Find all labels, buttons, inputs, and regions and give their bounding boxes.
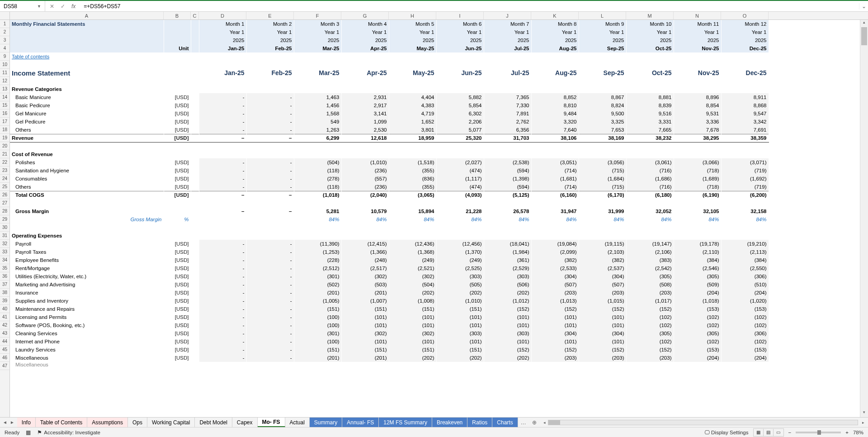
row-header-42[interactable]: 42 xyxy=(0,321,9,329)
column-header-H[interactable]: H xyxy=(389,12,436,19)
row-header-40[interactable]: 40 xyxy=(0,305,9,313)
sheet-tab-info[interactable]: Info xyxy=(17,418,36,427)
tab-nav-next-icon[interactable]: ► xyxy=(10,420,14,425)
row-header-37[interactable]: 37 xyxy=(0,280,9,289)
row-header-46[interactable]: 46 xyxy=(0,354,9,362)
row-header-27[interactable]: 27 xyxy=(0,199,9,207)
row-header-45[interactable]: 45 xyxy=(0,346,9,354)
table-of-contents-link[interactable]: Table of contents xyxy=(12,54,49,59)
row-header-25[interactable]: 25 xyxy=(0,183,9,191)
name-box[interactable]: DS58 ▼ xyxy=(0,1,45,11)
row-header-22[interactable]: 22 xyxy=(0,158,9,166)
tabs-more[interactable]: … xyxy=(518,418,529,427)
column-header-C[interactable]: C xyxy=(191,12,199,19)
sheet-tab-capex[interactable]: Capex xyxy=(232,418,258,427)
zoom-level[interactable]: 78% xyxy=(853,430,863,435)
column-header-O[interactable]: O xyxy=(721,12,769,19)
row-header-26[interactable]: 26 xyxy=(0,191,9,199)
row-header-19[interactable]: 19 xyxy=(0,134,9,142)
row-header-31[interactable]: 31 xyxy=(0,232,9,240)
row-header-28[interactable]: 28 xyxy=(0,207,9,215)
column-header-J[interactable]: J xyxy=(484,12,531,19)
row-header-36[interactable]: 36 xyxy=(0,272,9,280)
column-header-E[interactable]: E xyxy=(246,12,294,19)
row-header-1[interactable]: 1 xyxy=(0,20,9,28)
column-header-L[interactable]: L xyxy=(579,12,626,19)
scroll-up-icon[interactable]: ▴ xyxy=(860,20,868,27)
row-header-20[interactable]: 20 xyxy=(0,142,9,150)
row-header-11[interactable]: 11 xyxy=(0,69,9,77)
zoom-in-icon[interactable]: + xyxy=(845,430,849,435)
accessibility-status[interactable]: Accessibility: Investigate xyxy=(37,429,100,436)
column-header-K[interactable]: K xyxy=(531,12,579,19)
add-sheet-button[interactable]: ⊕ xyxy=(529,418,540,427)
zoom-out-icon[interactable]: − xyxy=(788,430,792,435)
row-header-9[interactable]: 9 xyxy=(0,52,9,61)
sheet-tab-annual-fs[interactable]: Annual- FS xyxy=(342,418,379,427)
row-header-34[interactable]: 34 xyxy=(0,256,9,264)
row-header-15[interactable]: 15 xyxy=(0,101,9,109)
row-header-39[interactable]: 39 xyxy=(0,297,9,305)
sheet-tab-ratios[interactable]: Ratios xyxy=(467,418,492,427)
row-header-47[interactable]: 47 xyxy=(0,362,9,370)
row-header-32[interactable]: 32 xyxy=(0,240,9,248)
hscroll-thumb[interactable] xyxy=(548,420,560,425)
row-header-43[interactable]: 43 xyxy=(0,329,9,337)
row-header-14[interactable]: 14 xyxy=(0,93,9,101)
column-header-A[interactable]: A xyxy=(10,12,164,19)
select-all-corner[interactable] xyxy=(0,12,10,19)
cancel-icon[interactable]: ✕ xyxy=(50,3,54,10)
name-box-dropdown-icon[interactable]: ▼ xyxy=(37,4,41,9)
sheet-tab-actual[interactable]: Actual xyxy=(285,418,310,427)
macro-record-icon[interactable]: ▦ xyxy=(26,429,31,436)
sheet-tab-assumptions[interactable]: Assumptions xyxy=(87,418,128,427)
column-header-B[interactable]: B xyxy=(164,12,191,19)
sheet-tab-12m-fs-summary[interactable]: 12M FS Summary xyxy=(379,418,432,427)
row-header-29[interactable]: 29 xyxy=(0,215,9,223)
page-break-view-icon[interactable]: ▭ xyxy=(774,429,783,436)
sheet-tab-summary[interactable]: Summary xyxy=(310,418,342,427)
column-header-F[interactable]: F xyxy=(294,12,341,19)
sheet-tab-mo-fs[interactable]: Mo- FS xyxy=(258,418,285,427)
spreadsheet-cells[interactable]: Monthly Financial StatementsMonth 1Month… xyxy=(10,20,860,417)
row-header-23[interactable]: 23 xyxy=(0,166,9,175)
row-header-21[interactable]: 21 xyxy=(0,150,9,158)
column-header-M[interactable]: M xyxy=(626,12,674,19)
sheet-tab-ops[interactable]: Ops xyxy=(128,418,147,427)
formula-expand-icon[interactable]: ⌄ xyxy=(859,3,868,10)
zoom-slider[interactable] xyxy=(796,432,841,433)
row-header-35[interactable]: 35 xyxy=(0,264,9,272)
column-header-G[interactable]: G xyxy=(341,12,389,19)
row-header-17[interactable]: 17 xyxy=(0,118,9,126)
scroll-down-icon[interactable]: ▾ xyxy=(860,410,868,417)
row-header-13[interactable]: 13 xyxy=(0,85,9,93)
row-header-44[interactable]: 44 xyxy=(0,337,9,346)
horizontal-scrollbar[interactable]: ◂ ▸ xyxy=(540,418,868,427)
row-header-24[interactable]: 24 xyxy=(0,175,9,183)
normal-view-icon[interactable]: ▦ xyxy=(754,429,764,436)
sheet-tab-table-of-contents[interactable]: Table of Contents xyxy=(36,418,87,427)
row-header-38[interactable]: 38 xyxy=(0,289,9,297)
page-layout-view-icon[interactable]: ▤ xyxy=(764,429,774,436)
row-header-2[interactable]: 2 xyxy=(0,28,9,36)
row-header-16[interactable]: 16 xyxy=(0,109,9,118)
sheet-tab-breakeven[interactable]: Breakeven xyxy=(432,418,467,427)
row-header-33[interactable]: 33 xyxy=(0,248,9,256)
column-header-N[interactable]: N xyxy=(674,12,721,19)
sheet-tab-charts[interactable]: Charts xyxy=(492,418,518,427)
row-header-10[interactable]: 10 xyxy=(0,61,9,69)
vertical-scrollbar[interactable]: ▴ ▾ xyxy=(860,20,868,417)
view-mode-buttons[interactable]: ▦ ▤ ▭ xyxy=(753,428,784,437)
fx-icon[interactable]: fx xyxy=(71,3,75,10)
row-header-41[interactable]: 41 xyxy=(0,313,9,321)
row-header-12[interactable]: 12 xyxy=(0,77,9,85)
row-header-4[interactable]: 4 xyxy=(0,44,9,52)
confirm-icon[interactable]: ✓ xyxy=(61,3,65,10)
column-header-D[interactable]: D xyxy=(199,12,246,19)
hscroll-left-icon[interactable]: ◂ xyxy=(542,420,548,425)
display-settings[interactable]: 🖵 Display Settings xyxy=(704,430,749,435)
formula-input[interactable]: =+DS56+DS57 xyxy=(80,1,859,11)
vscroll-thumb[interactable] xyxy=(861,27,867,45)
tab-nav-first-icon[interactable]: ◄ xyxy=(3,420,7,425)
row-header-3[interactable]: 3 xyxy=(0,36,9,44)
